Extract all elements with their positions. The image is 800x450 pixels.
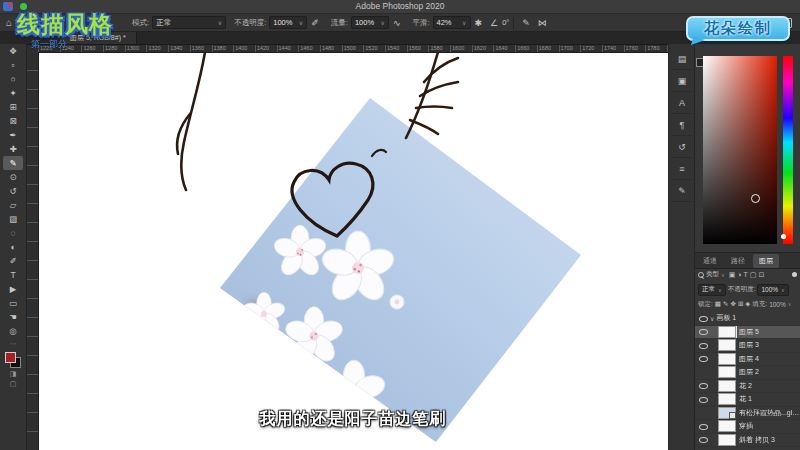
lock-all-icon[interactable]: ◈ (745, 300, 750, 308)
layer-thumbnail[interactable] (718, 393, 736, 405)
layer-opacity-select[interactable]: 100%∨ (757, 284, 788, 296)
layer-thumbnail[interactable] (718, 339, 736, 351)
eraser-tool[interactable]: ▱ (3, 198, 23, 212)
document-tab[interactable]: 图层 5, RGB/8#) * (60, 31, 137, 44)
filter-search-icon[interactable] (698, 272, 704, 278)
dodge-tool[interactable]: ◐ (3, 240, 23, 254)
lock-transparent-icon[interactable]: ▦ (715, 300, 721, 308)
opacity-select[interactable]: 100%∨ (269, 16, 307, 29)
layer-name[interactable]: 花 1 (739, 394, 752, 404)
history-brush-tool[interactable]: ↺ (3, 184, 23, 198)
layer-thumbnail[interactable] (718, 420, 736, 432)
eyedropper-tool[interactable]: ✒ (3, 128, 23, 142)
color-swatches[interactable] (5, 352, 21, 368)
history-panel-icon[interactable]: ↺ (672, 136, 692, 158)
healing-tool[interactable]: ✚ (3, 142, 23, 156)
layer-thumbnail[interactable] (718, 353, 736, 365)
flow-select[interactable]: 100%∨ (351, 16, 389, 29)
home-icon[interactable]: ⌂ (6, 17, 12, 28)
quick-select-tool[interactable]: ✦ (3, 86, 23, 100)
layer-thumbnail[interactable] (718, 434, 736, 446)
visibility-eye-icon[interactable] (698, 408, 710, 417)
layer-name[interactable]: 图层 4 (739, 354, 759, 364)
visibility-eye-icon[interactable] (698, 368, 710, 377)
layer-row[interactable]: ∨ 图层 2 (695, 366, 800, 380)
layer-name[interactable]: 图层 3 (739, 340, 759, 350)
pressure-size-icon[interactable]: ✎ (522, 18, 530, 28)
layer-name[interactable]: 花 2 (739, 381, 752, 391)
move-tool[interactable]: ✥ (3, 44, 23, 58)
shape-tool[interactable]: ▭ (3, 296, 23, 310)
angle-value[interactable]: 0° (502, 18, 509, 27)
layer-thumbnail[interactable] (718, 407, 736, 419)
zoom-tool[interactable]: ◎ (3, 324, 23, 338)
crop-tool[interactable]: ⊞ (3, 100, 23, 114)
hue-cursor[interactable] (781, 234, 786, 239)
lasso-tool[interactable]: ○ (3, 72, 23, 86)
screen-mode-icon[interactable]: ▢ (10, 380, 17, 388)
color-picker-cursor[interactable] (751, 194, 760, 203)
canvas-area[interactable] (38, 52, 668, 450)
swatches-panel-icon[interactable]: ▤ (672, 48, 692, 70)
character-panel-icon[interactable]: A (672, 92, 692, 114)
foreground-color-swatch[interactable] (5, 352, 16, 363)
canvas-artwork[interactable] (38, 52, 668, 450)
layer-row[interactable]: ∨ 图层 4 (695, 353, 800, 367)
blur-tool[interactable]: ◌ (3, 226, 23, 240)
fill-value[interactable]: 100% (769, 301, 786, 308)
color-picker-saturation[interactable] (703, 56, 777, 244)
visibility-eye-icon[interactable] (698, 395, 710, 404)
layer-name[interactable]: 图层 2 (739, 367, 759, 377)
smoothing-select[interactable]: 42%∨ (433, 16, 471, 29)
more-tools-icon[interactable]: ⋯ (10, 340, 17, 348)
layer-row[interactable]: ∨ 穿插 (695, 420, 800, 434)
chevron-down-icon[interactable]: ∨ (721, 272, 725, 278)
layer-row[interactable]: ∨ 图层 5 (695, 326, 800, 340)
panel-tab[interactable]: 图层 (753, 254, 779, 268)
color-picker-hue-bar[interactable] (783, 56, 793, 244)
layer-row[interactable]: ∨ 有松拜霞热晶...gla品种 (695, 407, 800, 421)
filter-pixel-icon[interactable]: ▣ (729, 271, 736, 279)
panel-tab[interactable]: 路径 (725, 254, 751, 268)
visibility-eye-icon[interactable] (698, 354, 710, 363)
filter-smart-icon[interactable]: ⊡ (758, 271, 764, 279)
layer-name[interactable]: 斜着 拷贝 3 (739, 435, 775, 445)
hand-tool[interactable]: ☚ (3, 310, 23, 324)
airbrush-icon[interactable]: ∿ (393, 18, 401, 28)
properties-panel-icon[interactable]: ≡ (672, 158, 692, 180)
layer-row[interactable]: ∨ 斜着 拷贝 3 (695, 434, 800, 448)
layer-row[interactable]: ∨ 图层 3 (695, 339, 800, 353)
visibility-eye-icon[interactable] (698, 341, 710, 350)
visibility-eye-icon[interactable] (698, 422, 710, 431)
expand-caret-icon[interactable]: ∨ (710, 315, 714, 322)
filter-type-icon[interactable]: T (744, 271, 748, 279)
gradient-tool[interactable]: ▨ (3, 212, 23, 226)
smoothing-gear-icon[interactable]: ✱ (475, 18, 483, 28)
visibility-eye-icon[interactable] (698, 327, 710, 336)
panel-tab[interactable]: 通道 (697, 254, 723, 268)
symmetry-icon[interactable]: ⋈ (538, 18, 547, 28)
stamp-tool[interactable]: ⊙ (3, 170, 23, 184)
filter-toggle[interactable] (792, 272, 797, 277)
filter-type-label[interactable]: 类型 (706, 270, 719, 279)
visibility-eye-icon[interactable] (698, 314, 710, 323)
quick-mask-icon[interactable]: ◨ (10, 370, 17, 378)
brush-settings-panel-icon[interactable]: ✎ (672, 180, 692, 202)
blend-mode-select[interactable]: 正常∨ (698, 284, 726, 296)
type-tool[interactable]: T (3, 268, 23, 282)
layer-thumbnail[interactable] (718, 326, 736, 338)
paragraph-panel-icon[interactable]: ¶ (672, 114, 692, 136)
lock-move-icon[interactable]: ✥ (730, 300, 735, 308)
mode-select[interactable]: 正常∨ (152, 16, 226, 29)
layer-row[interactable]: ∨ 花 1 (695, 393, 800, 407)
visibility-eye-icon[interactable] (698, 435, 710, 444)
lock-artboard-icon[interactable]: ⊞ (738, 300, 743, 308)
pressure-opacity-icon[interactable]: ✐ (311, 18, 319, 28)
libraries-panel-icon[interactable]: ▣ (672, 70, 692, 92)
layer-name[interactable]: 穿插 (739, 421, 753, 431)
pen-tool[interactable]: ✐ (3, 254, 23, 268)
layer-name[interactable]: 有松拜霞热晶...gla品种 (739, 408, 800, 418)
layer-row[interactable]: ∨ 画板 1 (695, 312, 800, 326)
visibility-eye-icon[interactable] (698, 381, 710, 390)
layer-name[interactable]: 图层 5 (739, 327, 759, 337)
